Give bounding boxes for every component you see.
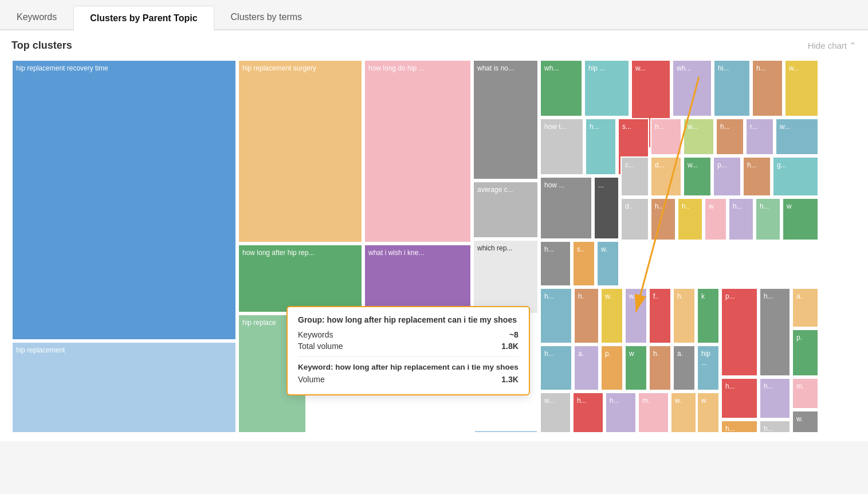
main-content: Top clusters Hide chart ⌃ hip replacemen…: [0, 30, 868, 441]
treemap-cell-c5[interactable]: wh...: [540, 60, 583, 117]
tooltip-divider: [298, 356, 519, 357]
treemap-cell-c20[interactable]: how ...: [540, 177, 592, 240]
treemap-cell-c45[interactable]: h.: [574, 288, 599, 344]
treemap-cell-c58[interactable]: w: [625, 345, 647, 391]
treemap-cell-c57[interactable]: p.: [600, 345, 623, 391]
treemap-cell-c43[interactable]: w: [782, 198, 819, 241]
tab-clusters-parent[interactable]: Clusters by Parent Topic: [73, 6, 214, 30]
treemap-cell-c16[interactable]: w...: [683, 118, 714, 155]
treemap-container: hip replacement recovery timehip replace…: [11, 60, 857, 432]
treemap-cell-c48[interactable]: f..: [649, 288, 671, 344]
treemap-cell-c62[interactable]: h...: [572, 392, 604, 432]
treemap-cell-c74[interactable]: h...: [721, 420, 758, 432]
treemap-cell-c10[interactable]: h...: [752, 60, 783, 117]
treemap-cell-c52[interactable]: h...: [759, 288, 791, 377]
treemap-cell-c71[interactable]: h...: [721, 378, 758, 419]
tooltip-total-volume-value: 1.8K: [501, 342, 519, 351]
treemap-cell-c2[interactable]: hip replacement surgery: [238, 60, 363, 243]
treemap-cell-c64[interactable]: m.: [638, 392, 669, 432]
treemap-cell-c36[interactable]: w.: [596, 241, 619, 287]
treemap-cell-c4[interactable]: what is no...: [473, 60, 539, 180]
treemap-cell-c83[interactable]: wh...: [474, 430, 538, 432]
treemap-cell-c15[interactable]: h...: [650, 118, 682, 155]
treemap-cell-c6[interactable]: hip ...: [584, 60, 630, 117]
treemap-cell-c9[interactable]: hi...: [713, 60, 751, 117]
treemap-cell-c72[interactable]: h...: [759, 378, 791, 419]
treemap-cell-c27[interactable]: g...: [772, 156, 819, 197]
treemap-cell-c33[interactable]: which rep...: [473, 240, 539, 314]
treemap-cell-c29[interactable]: average c...: [473, 181, 539, 238]
treemap-cell-c26[interactable]: h...: [743, 156, 771, 197]
treemap-cell-c42[interactable]: h...: [755, 198, 781, 241]
treemap-cell-c65[interactable]: w.: [670, 392, 697, 432]
tab-keywords[interactable]: Keywords: [0, 5, 73, 29]
treemap-cell-c54[interactable]: p.: [792, 329, 819, 377]
chevron-up-icon: ⌃: [849, 41, 857, 51]
tooltip-group-title: Group: how long after hip replacement ca…: [298, 315, 519, 324]
tooltip-volume-label: Volume: [298, 375, 325, 384]
treemap-cell-c22[interactable]: c...: [620, 156, 649, 197]
treemap-cell-c37[interactable]: d..: [620, 198, 649, 241]
treemap-cell-c93[interactable]: w: [697, 392, 720, 432]
tooltip-volume-value: 1.3K: [501, 375, 519, 384]
treemap-cell-c96[interactable]: w.: [792, 410, 819, 432]
treemap-cell-c51[interactable]: p...: [721, 288, 758, 377]
treemap-cell-c21[interactable]: ...: [594, 177, 619, 240]
treemap-cell-c3[interactable]: how long do hip ...: [364, 60, 472, 243]
tooltip-volume-row2: Volume 1.3K: [298, 375, 519, 384]
treemap-cell-c13[interactable]: h...: [585, 118, 616, 175]
treemap-cell-c34[interactable]: h...: [540, 241, 571, 287]
treemap-cell-c46[interactable]: w.: [600, 288, 623, 344]
treemap-cell-c59[interactable]: h.: [649, 345, 671, 391]
treemap-cell-c38[interactable]: h..: [650, 198, 676, 241]
tooltip-keywords-row: Keywords ~8: [298, 330, 519, 339]
section-header: Top clusters Hide chart ⌃: [11, 40, 857, 52]
treemap-cell-c40[interactable]: w: [704, 198, 727, 241]
tooltip-keywords-value: ~8: [509, 330, 519, 339]
treemap-cell-c49[interactable]: h.: [673, 288, 696, 344]
treemap-cell-c56[interactable]: a.: [574, 345, 599, 391]
tooltip-keyword-title: Keyword: how long after hip replacement …: [298, 363, 519, 371]
treemap-cell-c50[interactable]: k: [697, 288, 720, 344]
tooltip-volume-row: Total volume 1.8K: [298, 342, 519, 351]
treemap-cell-c1[interactable]: hip replacement recovery time: [11, 60, 237, 340]
treemap-cell-c63[interactable]: h...: [605, 392, 637, 432]
treemap-cell-c60[interactable]: a.: [673, 345, 696, 391]
treemap-cell-c8[interactable]: wh...: [672, 60, 712, 117]
treemap-cell-c39[interactable]: h..: [677, 198, 703, 241]
treemap-cell-c53[interactable]: a.: [792, 288, 819, 328]
treemap-cell-c19[interactable]: w...: [775, 118, 819, 155]
treemap-cell-c55[interactable]: h...: [540, 345, 572, 391]
treemap-cell-c11[interactable]: w...: [784, 60, 819, 117]
treemap-cell-c86[interactable]: hip ...: [697, 345, 720, 391]
treemap-cell-c75[interactable]: h...: [759, 420, 791, 432]
treemap-cell-c24[interactable]: w...: [683, 156, 712, 197]
tab-bar: Keywords Clusters by Parent Topic Cluste…: [0, 0, 868, 30]
treemap-cell-c25[interactable]: p...: [713, 156, 741, 197]
treemap-cell-c23[interactable]: d...: [650, 156, 682, 197]
treemap-cell-c12[interactable]: how t...: [540, 118, 584, 175]
treemap-cell-c18[interactable]: r...: [745, 118, 774, 155]
treemap-cell-c61[interactable]: w...: [540, 392, 571, 432]
tab-clusters-terms[interactable]: Clusters by terms: [214, 5, 319, 29]
treemap-cell-c47[interactable]: w.: [625, 288, 647, 344]
treemap-cell-c41[interactable]: h...: [728, 198, 754, 241]
hide-chart-btn[interactable]: Hide chart ⌃: [808, 41, 857, 51]
treemap-cell-c35[interactable]: s..: [572, 241, 595, 287]
tooltip: Group: how long after hip replacement ca…: [286, 306, 530, 395]
treemap-cell-c30[interactable]: how long after hip rep...: [238, 244, 363, 313]
treemap-cell-c31[interactable]: hip replacement: [11, 342, 237, 432]
treemap-cell-c17[interactable]: h...: [716, 118, 744, 155]
tooltip-keywords-label: Keywords: [298, 330, 333, 339]
tooltip-total-volume-label: Total volume: [298, 342, 343, 351]
section-title: Top clusters: [11, 40, 72, 52]
treemap-cell-c73[interactable]: m.: [792, 378, 819, 409]
treemap-cell-c44[interactable]: h...: [540, 288, 572, 344]
